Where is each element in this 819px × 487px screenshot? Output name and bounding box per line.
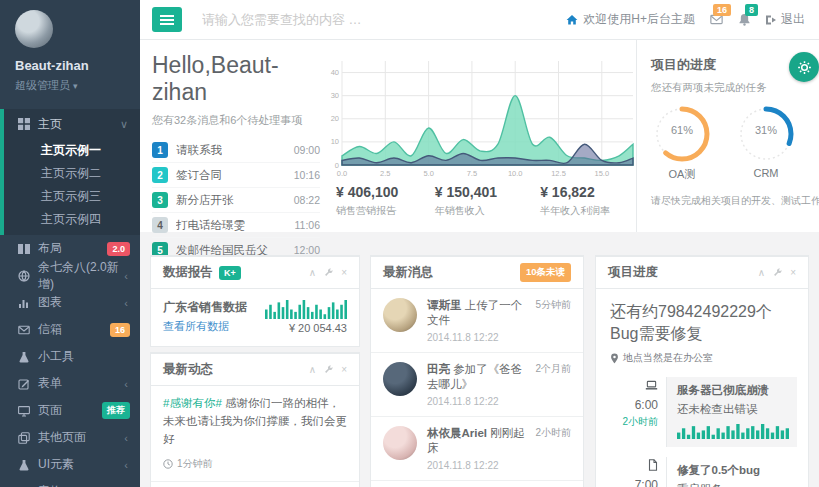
sparkline-chart — [677, 423, 789, 439]
sidebar-item-charts[interactable]: 图表 ‹ — [0, 289, 140, 316]
collapse-icon[interactable]: ∧ — [758, 268, 765, 278]
theme-settings-button[interactable] — [789, 52, 819, 82]
sidebar-item-widgets[interactable]: 小工具 — [0, 343, 140, 370]
dashboard-top-section: Hello,Beaut-zihan 您有32条消息和6个待处理事项 1 请联系我… — [140, 40, 819, 232]
search-input[interactable] — [202, 12, 432, 27]
avatar — [383, 298, 417, 332]
chevron-left-icon: ‹ — [124, 378, 128, 390]
avatar — [383, 362, 417, 396]
message-item[interactable]: 林依晨Ariel 刚刚起床 2014.11.8 12:22 2小时前 — [371, 417, 583, 481]
user-role-dropdown[interactable]: 超级管理员▾ — [15, 78, 140, 93]
knob-label: CRM — [735, 167, 797, 179]
greeting-title: Hello,Beaut-zihan — [152, 52, 320, 106]
clock-icon — [163, 459, 173, 469]
data-report-panel: 数据报告 K+ ∧ × 广东省销售数据 查看所有数据 ¥ 20 054.43 — [150, 255, 360, 347]
panel-badge: K+ — [219, 266, 241, 280]
todo-item[interactable]: 3 新分店开张 08:22 — [152, 188, 320, 213]
th-large-icon — [18, 118, 30, 130]
view-all-data-link[interactable]: 查看所有数据 — [163, 320, 229, 332]
bell-icon[interactable]: 8 — [738, 13, 751, 26]
stat-item: ¥ 150,401年销售收入 — [435, 184, 540, 218]
sidebar-item-other-pages[interactable]: 其他页面 ‹ — [0, 424, 140, 451]
sidebar-item-home[interactable]: 主页 ∨ — [4, 109, 140, 139]
svg-text:2.5: 2.5 — [380, 169, 390, 178]
sidebar-item-forms[interactable]: 表单 ‹ — [0, 370, 140, 397]
wrench-icon[interactable] — [773, 268, 782, 277]
sidebar-item-home-example2[interactable]: 主页示例二 — [4, 162, 140, 185]
sidebar: Beaut-zihan 超级管理员▾ 主页 ∨ 主页示例一 主页示例二 主页示例… — [0, 0, 140, 487]
sidebar-item-home-example3[interactable]: 主页示例三 — [4, 185, 140, 208]
svg-text:20: 20 — [331, 114, 339, 123]
sidebar-item-home-example4[interactable]: 主页示例四 — [4, 208, 140, 231]
svg-text:30: 30 — [331, 91, 339, 100]
timeline-ago: 2小时前 — [610, 415, 658, 429]
sidebar-toggle-button[interactable] — [152, 7, 182, 32]
todo-badge: 1 — [152, 142, 168, 158]
edit-icon — [18, 378, 30, 390]
caret-down-icon: ▾ — [73, 81, 78, 91]
logout-button[interactable]: 退出 — [765, 11, 805, 28]
message-ago: 2小时前 — [535, 426, 571, 471]
mail-icon[interactable]: 16 — [709, 13, 724, 26]
globe-icon — [18, 270, 30, 282]
sidebar-item-v2-new[interactable]: 余七余八(2.0新增) ‹ — [0, 262, 140, 289]
svg-text:15.0: 15.0 — [595, 169, 610, 178]
profile-section: Beaut-zihan 超级管理员▾ — [0, 0, 140, 103]
todo-badge: 3 — [152, 192, 168, 208]
wrench-icon[interactable] — [324, 365, 333, 374]
sidebar-item-tables[interactable]: 表格 — [0, 478, 140, 487]
laptop-icon — [645, 380, 658, 391]
todo-badge: 4 — [152, 217, 168, 233]
sidebar-item-mailbox[interactable]: 信箱 16 — [0, 316, 140, 343]
sidebar-home-group: 主页 ∨ 主页示例一 主页示例二 主页示例三 主页示例四 — [0, 109, 140, 235]
sidebar-item-ui-elements[interactable]: UI元素 ‹ — [0, 451, 140, 478]
knob-oa: 61% OA测 — [651, 103, 713, 182]
sidebar-item-pages[interactable]: 页面 推荐 — [0, 397, 140, 424]
chevron-left-icon: ‹ — [124, 270, 128, 282]
stat-item: ¥ 406,100销售营销报告 — [336, 184, 435, 218]
svg-text:0.0: 0.0 — [337, 169, 347, 178]
message-item[interactable]: 田亮 参加了《爸爸去哪儿》 2014.11.8 12:22 2个月前 — [371, 353, 583, 417]
close-icon[interactable]: × — [790, 268, 796, 278]
collapse-icon[interactable]: ∧ — [309, 365, 316, 375]
greeting-panel: Hello,Beaut-zihan 您有32条消息和6个待处理事项 1 请联系我… — [152, 52, 320, 263]
todo-badge: 2 — [152, 167, 168, 183]
sales-chart: 0102030400.02.55.07.510.012.515.0 ¥ 406,… — [324, 56, 639, 218]
wrench-icon[interactable] — [324, 268, 333, 277]
desktop-icon — [18, 405, 30, 417]
unread-badge: 10条未读 — [520, 263, 571, 282]
report-item-title: 广东省销售数据 — [163, 299, 247, 316]
knob-label: OA测 — [651, 167, 713, 182]
timeline-time: 7:00 — [610, 478, 658, 487]
todo-item[interactable]: 1 请联系我 09:00 — [152, 138, 320, 163]
knob-percent: 31% — [735, 124, 797, 136]
top-header: 欢迎使用H+后台主题 16 8 退出 — [140, 0, 819, 40]
topic-tag-link[interactable]: #感谢有你# — [163, 397, 222, 409]
envelope-icon — [18, 324, 30, 336]
hamburger-icon — [160, 19, 174, 21]
badge: 16 — [110, 323, 130, 337]
sign-out-icon — [765, 14, 777, 26]
sidebar-item-home-example1[interactable]: 主页示例一 — [4, 139, 140, 162]
chevron-left-icon: ‹ — [124, 459, 128, 471]
columns-icon — [18, 243, 30, 255]
flask-icon — [18, 351, 30, 363]
todo-item[interactable]: 4 打电话给璟雯 11:06 — [152, 213, 320, 238]
timeline-title: 修复了0.5个bug — [677, 463, 786, 478]
message-item[interactable]: 颜文字君 评论了 2014.11.8 12:22 【九部令人拍案叫绝的惊悚悬疑剧… — [371, 481, 583, 487]
panel-footer-note: 请尽快完成相关项目的开发、测试工作 — [651, 194, 819, 208]
svg-text:12.5: 12.5 — [551, 169, 566, 178]
latest-activity-panel: 最新动态 ∧ × #感谢有你# 感谢你们一路的相伴，未来也请让我为你们撑腰，我们… — [150, 352, 360, 487]
close-icon[interactable]: × — [341, 268, 347, 278]
chevron-left-icon: ‹ — [124, 297, 128, 309]
todo-item[interactable]: 2 签订合同 10:16 — [152, 163, 320, 188]
message-date: 2014.11.8 12:22 — [427, 460, 529, 471]
close-icon[interactable]: × — [341, 365, 347, 375]
message-ago: 5分钟前 — [535, 298, 571, 343]
bug-count-headline: 还有约79842492229个Bug需要修复 — [610, 301, 794, 344]
location-text: 地点当然是在办公室 — [623, 351, 713, 365]
collapse-icon[interactable]: ∧ — [309, 268, 316, 278]
post-time: 1分钟前 — [177, 456, 213, 472]
timeline-desc: 还未检查出错误 — [677, 402, 789, 417]
message-item[interactable]: 谭斯里 上传了一个文件 2014.11.8 12:22 5分钟前 — [371, 289, 583, 353]
